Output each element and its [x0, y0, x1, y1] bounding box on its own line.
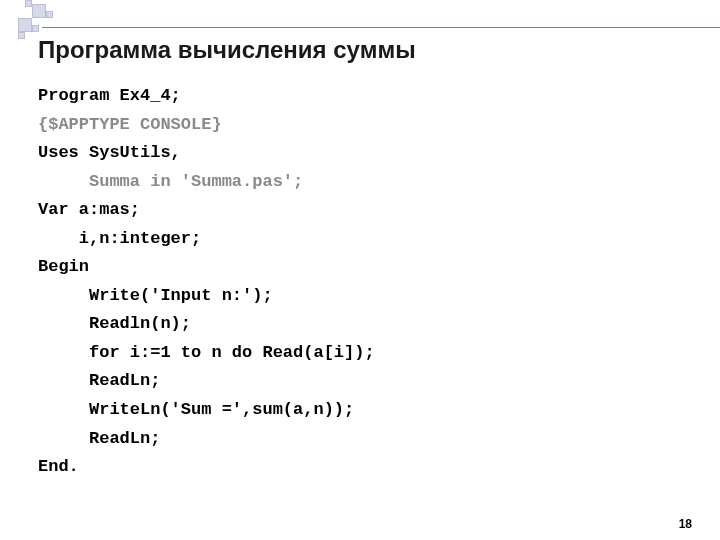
code-line: ReadLn;	[38, 429, 160, 448]
code-line: for i:=1 to n do Read(a[i]);	[38, 343, 375, 362]
code-line: End.	[38, 457, 79, 476]
code-line: Write('Input n:');	[38, 286, 273, 305]
code-line: i,n:integer;	[38, 229, 201, 248]
code-line: Program Ex4_4;	[38, 86, 181, 105]
code-line: WriteLn('Sum =',sum(a,n));	[38, 400, 354, 419]
code-line: Readln(n);	[38, 314, 191, 333]
title-separator	[42, 27, 720, 28]
code-line-dim: {$APPTYPE CONSOLE}	[38, 115, 222, 134]
slide-title: Программа вычисления суммы	[38, 36, 690, 64]
code-line: Uses SysUtils,	[38, 143, 181, 162]
code-line: Begin	[38, 257, 89, 276]
code-block: Program Ex4_4; {$APPTYPE CONSOLE} Uses S…	[38, 82, 690, 482]
code-line-dim: Summa in 'Summa.pas';	[38, 172, 303, 191]
page-number: 18	[679, 517, 692, 531]
code-line: Var a:mas;	[38, 200, 140, 219]
code-line: ReadLn;	[38, 371, 160, 390]
slide-content: Программа вычисления суммы Program Ex4_4…	[38, 36, 690, 482]
